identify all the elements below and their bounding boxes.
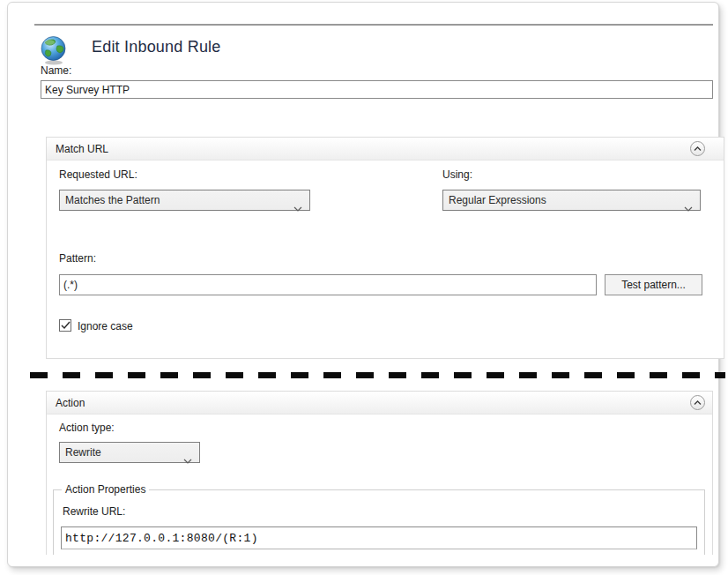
using-label: Using: [442,168,472,181]
match-url-title: Match URL [56,138,108,161]
requested-url-label: Requested URL: [59,168,137,181]
chevron-down-icon [684,198,693,218]
check-icon [61,321,71,330]
action-type-dropdown[interactable]: Rewrite [59,442,200,463]
action-properties-fieldset: Action Properties Rewrite URL: [53,489,705,555]
action-collapse-button[interactable] [690,395,705,410]
action-properties-legend: Action Properties [62,483,149,496]
globe-icon [40,35,69,65]
name-label: Name: [41,64,71,77]
chevron-down-icon [293,198,302,218]
action-type-value: Rewrite [65,446,101,459]
match-url-collapse-button[interactable] [690,141,705,156]
pattern-input[interactable] [59,274,597,295]
requested-url-dropdown[interactable]: Matches the Pattern [59,190,310,211]
match-url-header [47,138,724,161]
edit-inbound-rule-page: Edit Inbound Rule Name: Match URL Reques… [0,0,728,575]
rewrite-url-input[interactable] [61,526,697,549]
chevron-down-icon [183,451,192,470]
pattern-label: Pattern: [59,252,96,265]
action-group: Action Action type: Rewrite Action Prope… [46,391,713,555]
requested-url-value: Matches the Pattern [65,194,160,206]
rewrite-url-label: Rewrite URL: [63,505,125,518]
ignore-case-checkbox[interactable] [59,319,71,332]
chevron-up-icon [694,146,702,152]
crop-separator [30,372,725,378]
top-divider [34,24,713,26]
using-value: Regular Expressions [449,194,546,206]
ignore-case-label: Ignore case [78,320,133,332]
match-url-group: Match URL Requested URL: Matches the Pat… [46,137,724,359]
action-title: Action [56,392,85,414]
chevron-up-icon [694,400,702,406]
name-input[interactable] [41,80,713,99]
action-type-label: Action type: [59,422,115,434]
dialog-card: Edit Inbound Rule Name: Match URL Reques… [7,2,719,567]
action-header [47,392,712,414]
using-dropdown[interactable]: Regular Expressions [442,190,701,211]
test-pattern-button[interactable]: Test pattern... [605,274,702,295]
page-title: Edit Inbound Rule [92,38,221,56]
